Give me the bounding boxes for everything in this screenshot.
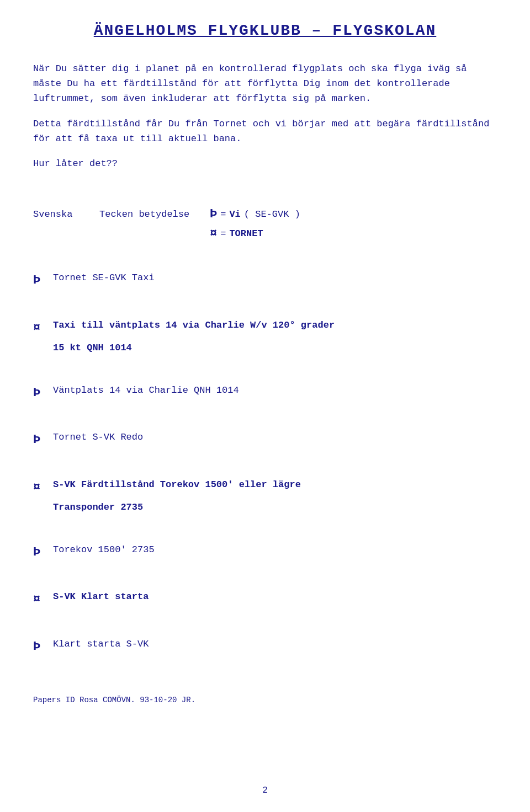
comm-text-1-0: Taxi till väntplats 14 via Charlie W/v 1… [53, 318, 335, 334]
comm-line-4-1: Transponder 2735 [33, 500, 497, 516]
comm-text-2-0: Väntplats 14 via Charlie QNH 1014 [53, 383, 239, 399]
legend-vi-label: Vi [229, 209, 240, 220]
comm-symbol-4: ¤ [33, 477, 46, 498]
intro-paragraph-3: Hur låter det?? [33, 156, 497, 171]
comm-block-2: ÞVäntplats 14 via Charlie QNH 1014 [33, 383, 497, 403]
comm-text-5-0: Torekov 1500' 2735 [53, 542, 155, 558]
comm-block-0: ÞTornet SE-GVK Taxi [33, 270, 497, 291]
comm-symbol-2: Þ [33, 383, 46, 403]
comm-line-1-1: 15 kt QNH 1014 [33, 340, 497, 356]
page-title: ÄNGELHOLMS FLYGKLUBB – FLYGSKOLAN [33, 22, 497, 39]
comm-line-3-0: ÞTornet S-VK Redo [33, 430, 497, 450]
comm-text-0-0: Tornet SE-GVK Taxi [53, 270, 155, 286]
legend-line-1: Svenska Tecken betydelse Þ = Vi ( SE-GVK… [33, 207, 497, 221]
comm-text-4-0: S-VK Färdtillstånd Torekov 1500' eller l… [53, 477, 301, 493]
intro-paragraph-1: När Du sätter dig i planet på en kontrol… [33, 61, 497, 106]
legend-svenska: Svenska [33, 209, 99, 220]
legend-section: Svenska Tecken betydelse Þ = Vi ( SE-GVK… [33, 207, 497, 244]
comm-block-5: ÞTorekov 1500' 2735 [33, 542, 497, 563]
comm-symbol-7: Þ [33, 637, 46, 657]
comm-line-4-0: ¤S-VK Färdtillstånd Torekov 1500' eller … [33, 477, 497, 498]
legend-line-2: ¤ = TORNET [33, 227, 497, 241]
comm-text-6-0: S-VK Klart starta [53, 589, 149, 605]
page-number: 2 [262, 786, 268, 795]
comm-block-1: ¤Taxi till väntplats 14 via Charlie W/v … [33, 318, 497, 356]
legend-equals-2: = [220, 228, 226, 239]
comm-text-4-1: Transponder 2735 [53, 500, 143, 516]
comm-text-7-0: Klart starta S-VK [53, 637, 149, 653]
footer-text: Papers ID Rosa COMÖVN. 93-10-20 JR. [33, 696, 497, 704]
comm-line-1-0: ¤Taxi till väntplats 14 via Charlie W/v … [33, 318, 497, 338]
comm-line-6-0: ¤S-VK Klart starta [33, 589, 497, 610]
comm-line-2-0: ÞVäntplats 14 via Charlie QNH 1014 [33, 383, 497, 403]
comm-symbol-3: Þ [33, 430, 46, 450]
comm-symbol-5: Þ [33, 542, 46, 563]
legend-segvk-label: ( SE-GVK ) [244, 209, 300, 220]
comm-text-1-1: 15 kt QNH 1014 [53, 340, 132, 356]
comm-block-4: ¤S-VK Färdtillstånd Torekov 1500' eller … [33, 477, 497, 516]
symbol-currency-1: ¤ [210, 227, 217, 241]
symbol-thorn-1: Þ [210, 207, 217, 221]
comm-line-0-0: ÞTornet SE-GVK Taxi [33, 270, 497, 291]
comm-block-6: ¤S-VK Klart starta [33, 589, 497, 610]
intro-paragraph-2: Detta färdtillstånd får Du från Tornet o… [33, 116, 497, 146]
comm-symbol-1: ¤ [33, 318, 46, 338]
comm-block-3: ÞTornet S-VK Redo [33, 430, 497, 450]
comm-line-7-0: ÞKlart starta S-VK [33, 637, 497, 657]
comm-line-5-0: ÞTorekov 1500' 2735 [33, 542, 497, 563]
legend-tecken: Tecken betydelse [99, 209, 210, 220]
communications-container: ÞTornet SE-GVK Taxi¤Taxi till väntplats … [33, 270, 497, 674]
comm-text-3-0: Tornet S-VK Redo [53, 430, 143, 446]
comm-block-7: ÞKlart starta S-VK [33, 637, 497, 657]
legend-equals-1: = [220, 209, 226, 220]
legend-tornet-def: ¤ = TORNET [210, 227, 263, 241]
legend-vi-def: Þ = Vi ( SE-GVK ) [210, 207, 300, 221]
comm-symbol-6: ¤ [33, 589, 46, 610]
comm-symbol-0: Þ [33, 270, 46, 291]
legend-tornet-label: TORNET [229, 228, 263, 239]
